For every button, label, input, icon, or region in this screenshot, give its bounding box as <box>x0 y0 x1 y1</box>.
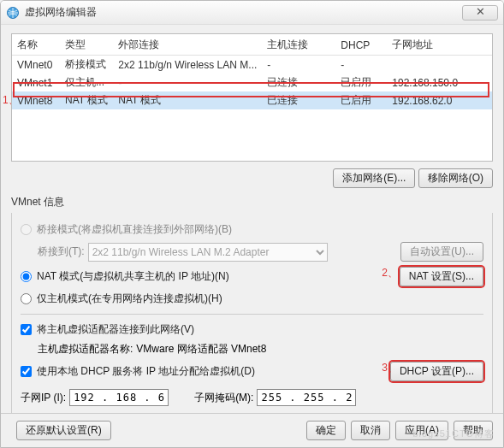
bridged-to-label: 桥接到(T): <box>38 245 85 259</box>
use-dhcp-checkbox[interactable] <box>21 366 32 377</box>
watermark: blogs51CTO博客 <box>412 427 495 440</box>
vmnet-info-label: VMnet 信息 <box>11 193 493 213</box>
hostonly-label: 仅主机模式(在专用网络内连接虚拟机)(H) <box>37 292 222 306</box>
table-row-selected[interactable]: VMnet8 NAT 模式 NAT 模式 已连接 已启用 192.168.62.… <box>12 91 492 109</box>
nat-radio[interactable] <box>21 271 32 282</box>
add-network-button[interactable]: 添加网络(E)... <box>333 168 415 188</box>
bridged-label: 桥接模式(将虚拟机直接连接到外部网络)(B) <box>37 222 232 237</box>
titlebar[interactable]: 虚拟网络编辑器 ✕ <box>1 1 503 25</box>
vmware-globe-icon <box>6 6 20 20</box>
vmnet-info-group: 桥接模式(将虚拟机直接连接到外部网络)(B) 桥接到(T): 2x2 11b/g… <box>11 213 493 415</box>
auto-settings-button[interactable]: 自动设置(U)... <box>400 242 483 262</box>
dhcp-settings-button[interactable]: DHCP 设置(P)... <box>390 362 483 381</box>
col-name: 名称 <box>12 34 60 56</box>
nat-label: NAT 模式(与虚拟机共享主机的 IP 地址)(N) <box>37 269 229 284</box>
cancel-button[interactable]: 取消 <box>351 421 390 440</box>
host-adapter-name-value: VMware 网络适配器 VMnet8 <box>136 342 266 357</box>
use-dhcp-label: 使用本地 DHCP 服务将 IP 地址分配给虚拟机(D) <box>37 364 255 379</box>
subnet-mask-label: 子网掩码(M): <box>194 391 253 405</box>
table-row[interactable]: VMnet1 仅主机... - 已连接 已启用 192.168.150.0 <box>12 74 492 91</box>
nat-settings-button[interactable]: NAT 设置(S)... <box>400 267 483 286</box>
connect-host-checkbox[interactable] <box>21 324 32 335</box>
bridged-adapter-select[interactable]: 2x2 11b/g/n Wireless LAN M.2 Adapter <box>88 243 328 262</box>
connect-host-label: 将主机虚拟适配器连接到此网络(V) <box>37 322 194 337</box>
subnet-ip-input[interactable] <box>69 389 169 406</box>
subnet-ip-label: 子网IP (I): <box>21 391 66 405</box>
col-type: 类型 <box>60 34 113 56</box>
col-dhcp: DHCP <box>335 34 387 56</box>
bridged-radio[interactable] <box>21 224 32 235</box>
col-external: 外部连接 <box>113 34 262 56</box>
col-host: 主机连接 <box>262 34 335 56</box>
window-title: 虚拟网络编辑器 <box>25 5 462 20</box>
virtual-network-editor-dialog: 虚拟网络编辑器 ✕ 1、 名称 类型 外部连接 主机连接 DHCP 子网地址 <box>0 0 504 448</box>
close-button[interactable]: ✕ <box>462 5 498 21</box>
col-subnet: 子网地址 <box>387 34 492 56</box>
ok-button[interactable]: 确定 <box>306 421 346 440</box>
subnet-mask-input[interactable] <box>257 389 356 406</box>
hostonly-radio[interactable] <box>21 293 32 304</box>
network-table[interactable]: 名称 类型 外部连接 主机连接 DHCP 子网地址 VMnet0 桥接模式 2x <box>11 33 493 162</box>
restore-defaults-button[interactable]: 还原默认设置(R) <box>16 421 111 440</box>
remove-network-button[interactable]: 移除网络(O) <box>418 168 493 188</box>
table-header-row: 名称 类型 外部连接 主机连接 DHCP 子网地址 <box>12 34 492 56</box>
table-row[interactable]: VMnet0 桥接模式 2x2 11b/g/n Wireless LAN M..… <box>12 56 492 74</box>
host-adapter-name-label: 主机虚拟适配器名称: <box>38 342 133 357</box>
